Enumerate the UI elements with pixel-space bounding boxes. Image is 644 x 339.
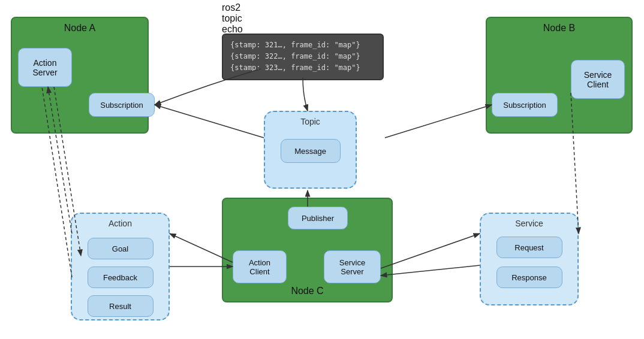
- terminal-box: {stamp: 321…, frame_id: "map"} {stamp: 3…: [222, 34, 384, 80]
- action-server-label: ActionServer: [32, 58, 57, 77]
- feedback-box: Feedback: [88, 267, 154, 288]
- svg-line-10: [381, 265, 480, 276]
- service-server-box: ServiceServer: [324, 250, 381, 283]
- node-a-label: Node A: [12, 23, 148, 34]
- subscription-a-box: Subscription: [89, 93, 155, 117]
- action-server-box: ActionServer: [18, 48, 72, 87]
- subscription-b-box: Subscription: [492, 93, 558, 117]
- result-label: Result: [109, 302, 131, 311]
- service-client-box: ServiceClient: [571, 60, 625, 99]
- topic-label: Topic: [265, 117, 356, 126]
- action-client-label: ActionClient: [249, 258, 270, 276]
- message-box: Message: [281, 139, 341, 163]
- goal-box: Goal: [88, 238, 154, 259]
- service-container: Service Request Response: [480, 213, 579, 305]
- node-c-label: Node C: [223, 286, 392, 296]
- svg-line-2: [385, 105, 492, 138]
- subscription-b-label: Subscription: [503, 101, 546, 110]
- service-container-label: Service: [481, 219, 577, 228]
- response-box: Response: [496, 267, 562, 288]
- message-label: Message: [294, 147, 326, 156]
- service-client-label: ServiceClient: [584, 70, 612, 89]
- request-label: Request: [514, 243, 543, 252]
- result-box: Result: [88, 295, 154, 317]
- action-container: Action Goal Feedback Result: [71, 213, 170, 320]
- service-server-label: ServiceServer: [339, 258, 365, 276]
- diagram-container: Node A Node B Node C ros2 topic echo {st…: [0, 0, 644, 339]
- svg-line-9: [381, 234, 480, 268]
- response-label: Response: [511, 273, 547, 282]
- node-b-label: Node B: [487, 23, 631, 34]
- action-container-label: Action: [72, 219, 168, 228]
- feedback-label: Feedback: [103, 273, 137, 282]
- topic-container: Topic Message: [264, 111, 357, 189]
- action-client-box: ActionClient: [233, 250, 287, 283]
- goal-label: Goal: [112, 244, 128, 253]
- publisher-box: Publisher: [288, 207, 348, 229]
- terminal-line-1: {stamp: 321…, frame_id: "map"}: [230, 40, 375, 51]
- publisher-label: Publisher: [302, 214, 334, 223]
- svg-line-12: [155, 105, 264, 138]
- terminal-line-3: {stamp: 323…, frame_id: "map"}: [230, 62, 375, 74]
- request-box: Request: [496, 237, 562, 258]
- terminal-line-2: {stamp: 322…, frame_id: "map"}: [230, 51, 375, 62]
- subscription-a-label: Subscription: [100, 101, 143, 110]
